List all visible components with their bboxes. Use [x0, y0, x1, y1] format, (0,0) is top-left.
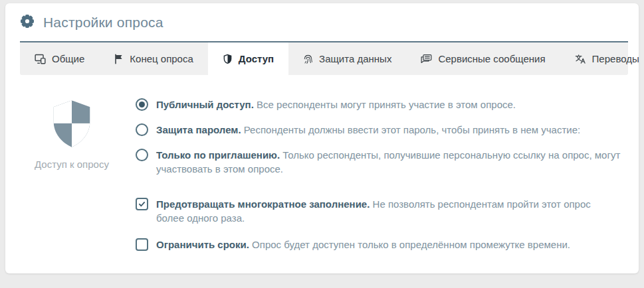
checkbox-limit-timeframe[interactable] — [136, 238, 148, 251]
tab-general[interactable]: Общие — [20, 42, 99, 75]
tab-data-protection[interactable]: Защита данных — [288, 42, 406, 75]
card-header: Настройки опроса — [5, 3, 639, 41]
access-options: Публичный доступ. Все респонденты могут … — [124, 98, 621, 264]
option-text: Предотвращать многократное заполнение. Н… — [156, 197, 621, 225]
radio-password-protection[interactable] — [136, 123, 148, 136]
shield-icon — [223, 54, 233, 64]
tab-label: Конец опроса — [130, 53, 193, 64]
tab-access[interactable]: Доступ — [208, 42, 288, 75]
access-settings-panel: Доступ к опросу Публичный доступ. Все ре… — [5, 75, 639, 264]
checkbox-prevent-multiple[interactable] — [136, 198, 148, 210]
tab-translations[interactable]: Переводы — [560, 42, 644, 75]
radio-row-password: Защита паролем. Респонденты должны ввест… — [136, 123, 621, 137]
fingerprint-icon — [303, 54, 313, 64]
tab-service-messages[interactable]: Сервисные сообщения — [406, 42, 560, 75]
radio-row-invitation: Только по приглашению. Только респондент… — [136, 148, 621, 176]
section-label: Доступ к опросу — [35, 159, 109, 170]
checkbox-row-multiple: Предотвращать многократное заполнение. Н… — [136, 197, 621, 225]
flag-icon — [114, 54, 124, 64]
radio-row-public: Публичный доступ. Все респонденты могут … — [136, 98, 621, 111]
extra-settings: Предотвращать многократное заполнение. Н… — [136, 197, 621, 252]
page-title: Настройки опроса — [43, 15, 163, 31]
option-text: Публичный доступ. Все респонденты могут … — [156, 98, 516, 111]
translate-icon — [575, 54, 586, 64]
option-text: Защита паролем. Респонденты должны ввест… — [156, 123, 580, 137]
devices-icon — [35, 54, 46, 64]
tab-label: Переводы — [592, 53, 639, 64]
messages-icon — [421, 54, 432, 64]
tab-label: Доступ — [239, 53, 274, 64]
option-text: Только по приглашению. Только респондент… — [156, 148, 621, 176]
tab-label: Сервисные сообщения — [438, 53, 545, 64]
tab-label: Общие — [52, 53, 84, 64]
shield-quartered-icon — [50, 100, 94, 151]
option-text: Ограничить сроки. Опрос будет доступен т… — [156, 238, 570, 252]
radio-public-access[interactable] — [136, 98, 148, 111]
tab-survey-end[interactable]: Конец опроса — [99, 42, 207, 75]
survey-settings-card: Настройки опроса Общие Конец опроса — [5, 3, 639, 273]
gear-icon — [20, 14, 35, 31]
checkbox-row-timeframe: Ограничить сроки. Опрос будет доступен т… — [136, 238, 621, 252]
tab-label: Защита данных — [319, 53, 391, 64]
radio-invitation-only[interactable] — [136, 149, 148, 161]
settings-tabbar: Общие Конец опроса Доступ — [20, 42, 628, 75]
section-illustration: Доступ к опросу — [20, 98, 124, 264]
